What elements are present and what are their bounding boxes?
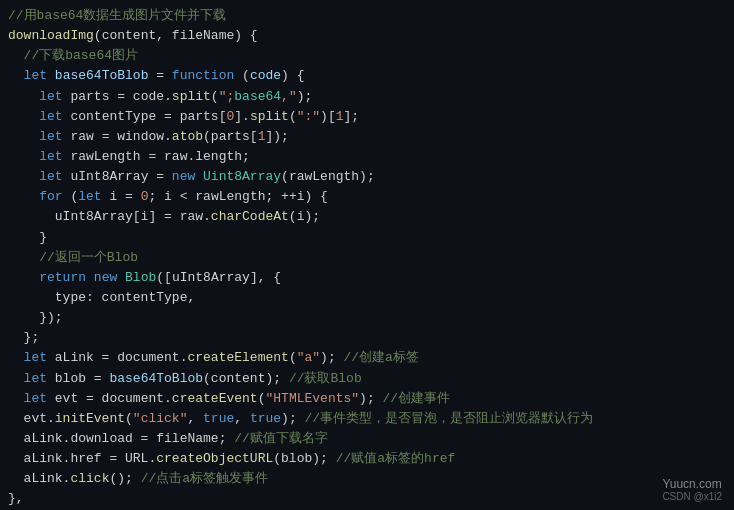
line-7: let raw = window.atob(parts[1]); — [8, 127, 726, 147]
line-4: let base64ToBlob = function (code) { — [8, 66, 726, 86]
watermark-author: CSDN @x1i2 — [662, 491, 722, 502]
line-23: aLink.href = URL.createObjectURL(blob); … — [8, 449, 726, 469]
line-13: //返回一个Blob — [8, 248, 726, 268]
line-1: //用base64数据生成图片文件并下载 — [8, 6, 726, 26]
line-8: let rawLength = raw.length; — [8, 147, 726, 167]
line-9: let uInt8Array = new Uint8Array(rawLengt… — [8, 167, 726, 187]
line-3: //下载base64图片 — [8, 46, 726, 66]
line-24: aLink.click(); //点击a标签触发事件 — [8, 469, 726, 489]
line-16: }); — [8, 308, 726, 328]
line-2: downloadImg(content, fileName) { — [8, 26, 726, 46]
line-11: uInt8Array[i] = raw.charCodeAt(i); — [8, 207, 726, 227]
line-20: let evt = document.createEvent("HTMLEven… — [8, 389, 726, 409]
line-25: }, — [8, 489, 726, 509]
line-15: type: contentType, — [8, 288, 726, 308]
line-5: let parts = code.split(";base64,"); — [8, 87, 726, 107]
line-14: return new Blob([uInt8Array], { — [8, 268, 726, 288]
watermark-site: Yuucn.com — [662, 477, 722, 491]
watermark: Yuucn.com CSDN @x1i2 — [662, 477, 722, 502]
line-10: for (let i = 0; i < rawLength; ++i) { — [8, 187, 726, 207]
line-17: }; — [8, 328, 726, 348]
line-21: evt.initEvent("click", true, true); //事件… — [8, 409, 726, 429]
line-18: let aLink = document.createElement("a");… — [8, 348, 726, 368]
line-6: let contentType = parts[0].split(":")[1]… — [8, 107, 726, 127]
line-12: } — [8, 228, 726, 248]
line-19: let blob = base64ToBlob(content); //获取Bl… — [8, 369, 726, 389]
code-editor: //用base64数据生成图片文件并下载 downloadImg(content… — [0, 0, 734, 510]
line-22: aLink.download = fileName; //赋值下载名字 — [8, 429, 726, 449]
